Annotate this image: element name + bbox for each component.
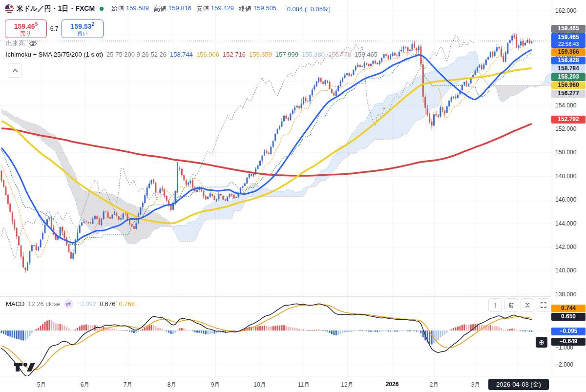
- symbol-title[interactable]: 米ドル／円・1日・FXCM: [17, 4, 95, 13]
- price-tick: 144.000: [555, 220, 576, 227]
- high-label: 高値: [154, 4, 167, 13]
- price-label-tag: 159.465: [551, 25, 586, 33]
- pane-separator[interactable]: [0, 296, 551, 297]
- macd-signal-value: 0.768: [119, 300, 135, 308]
- time-label: 5月: [37, 381, 46, 389]
- tenkan-value: 159.359: [249, 51, 272, 58]
- price-label-tag: 159.366: [551, 48, 586, 56]
- legend-collapse-button[interactable]: [8, 63, 22, 78]
- time-label: 11月: [298, 381, 310, 389]
- tradingview-logo[interactable]: [14, 361, 36, 373]
- price-tick: 146.000: [555, 196, 576, 203]
- price-label-tag: −0.649: [551, 338, 586, 346]
- sma200-value: 152.716: [223, 51, 246, 58]
- macd-title[interactable]: MACD: [6, 300, 24, 308]
- close-value: 159.505: [253, 4, 276, 13]
- price-tick: 148.000: [555, 173, 576, 180]
- price-label-tag: 156.960: [551, 82, 586, 89]
- tradingview-chart-app: 米ドル／円・1日・FXCM 始値 159.589 高値 159.816 安値 1…: [0, 0, 586, 392]
- delete-pane-button[interactable]: [504, 298, 518, 312]
- swap-arrows-icon[interactable]: ⇄: [64, 299, 73, 309]
- price-label-tag: 156.277: [551, 90, 586, 98]
- time-label: 12月: [341, 381, 353, 389]
- ohlc-values: 始値 159.589 高値 159.816 安値 159.429 終値 159.…: [111, 4, 279, 13]
- collapse-pane-button[interactable]: [521, 298, 534, 312]
- spread-value: 6.7: [47, 25, 62, 32]
- open-value: 159.589: [126, 4, 149, 13]
- sell-price: 159.46: [14, 22, 35, 30]
- buy-button[interactable]: 159.532 買い: [62, 20, 104, 38]
- low-value: 159.429: [211, 4, 234, 13]
- price-label-tag: 152.792: [551, 116, 586, 124]
- sell-button[interactable]: 159.465 売り: [5, 20, 47, 38]
- sell-price-sup: 5: [35, 21, 38, 27]
- price-label-tag: 158.203: [551, 73, 586, 81]
- time-label: 2月: [430, 381, 439, 389]
- time-axis[interactable]: 2026-04-03 (金) 5月6月7月8月9月10月11月12月20262月…: [0, 376, 586, 392]
- price-tick: 150.000: [555, 149, 576, 156]
- price-tick: 152.000: [555, 125, 576, 132]
- macd-line-value: 0.676: [100, 300, 116, 308]
- sma75-value: 156.906: [196, 51, 219, 58]
- price-tick: 154.000: [555, 102, 576, 109]
- time-label: 6月: [81, 381, 90, 389]
- price-tick: 142.000: [555, 244, 576, 250]
- price-label-tag: 159.46522:58:43: [551, 33, 586, 48]
- chikou-value: 159.465: [355, 51, 377, 58]
- ichimoku-params: 25 75 200 9 26 52 26: [106, 51, 167, 58]
- eye-off-icon[interactable]: [29, 40, 37, 48]
- price-tick: 140.000: [555, 267, 576, 274]
- price-label-tag: 0.744: [551, 305, 586, 312]
- symbol-flag-icon: [5, 4, 14, 13]
- macd-params: 12 26 close: [28, 300, 61, 308]
- date-badge[interactable]: 2026-04-03 (金): [488, 379, 549, 390]
- maximize-pane-button[interactable]: [537, 298, 550, 312]
- macd-chart-canvas[interactable]: [0, 297, 551, 376]
- macd-tick: −2.000: [555, 361, 573, 368]
- price-tick: 138.000: [555, 291, 576, 298]
- high-value: 159.816: [168, 4, 191, 13]
- sma25-value: 158.744: [170, 51, 193, 58]
- price-label-tag: −0.095: [551, 328, 586, 335]
- trash-icon: [508, 302, 514, 309]
- time-label: 2026: [386, 381, 399, 388]
- time-label: 10月: [253, 381, 266, 389]
- buy-price: 159.53: [71, 22, 92, 30]
- price-axis[interactable]: 162.000160.000158.000156.000154.000152.0…: [551, 0, 586, 376]
- maximize-icon: [541, 302, 546, 308]
- add-alert-plus-button[interactable]: ⊕: [536, 337, 547, 348]
- symbol-header: 米ドル／円・1日・FXCM 始値 159.589 高値 159.816 安値 1…: [5, 4, 331, 13]
- ichimoku-legend: Ichimoku + SMA 25/75/200 (1 slot) 25 75 …: [6, 51, 377, 58]
- buy-price-sup: 2: [92, 21, 95, 27]
- low-label: 安値: [196, 4, 209, 13]
- macd-legend: MACD 12 26 close ⇄ −0.092 0.676 0.768: [6, 299, 135, 309]
- volume-label: 出来高: [6, 39, 25, 48]
- time-label: 9月: [211, 381, 220, 389]
- change-value: −0.084 (−0.05%): [283, 5, 331, 13]
- open-label: 始値: [111, 4, 124, 13]
- close-label: 終値: [239, 4, 251, 13]
- price-tick: 162.000: [555, 7, 576, 14]
- chevron-up-icon: [12, 69, 18, 73]
- macd-hist-value: −0.092: [77, 300, 96, 308]
- time-label: 7月: [124, 381, 133, 389]
- time-label: 8月: [167, 381, 177, 389]
- order-panel: 159.465 売り 6.7 159.532 買い: [5, 20, 104, 38]
- senkou-a-value: 155.380: [302, 51, 325, 58]
- buy-label: 買い: [77, 30, 88, 36]
- senkou-b-value: 155.778: [328, 51, 351, 58]
- pane-toolbar: ↑: [488, 298, 550, 312]
- collapse-icon: [524, 302, 530, 308]
- time-label: 3月: [471, 381, 481, 389]
- price-chart-canvas[interactable]: [0, 0, 551, 297]
- kijun-value: 157.999: [275, 51, 298, 58]
- price-label-tag: 158.828: [551, 57, 586, 64]
- sell-label: 売り: [21, 30, 31, 36]
- ichimoku-title[interactable]: Ichimoku + SMA 25/75/200 (1 slot): [6, 51, 103, 58]
- move-pane-up-button[interactable]: ↑: [488, 298, 502, 312]
- volume-legend: 出来高: [6, 39, 37, 48]
- market-open-dot-icon: [100, 7, 104, 11]
- price-label-tag: 0.650: [551, 313, 586, 321]
- price-label-tag: 158.784: [551, 65, 586, 73]
